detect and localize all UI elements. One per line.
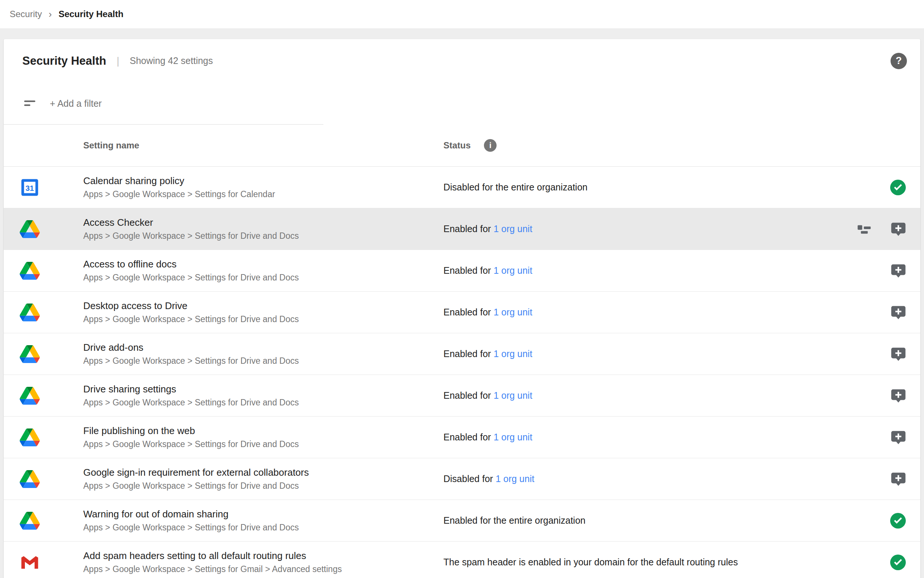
setting-status: Enabled for the entire organization — [443, 515, 889, 526]
status-text: Enabled for the entire organization — [443, 515, 586, 526]
setting-status: Disabled for1 org unit — [443, 474, 890, 484]
table-row[interactable]: Warning for out of domain sharingApps > … — [4, 500, 920, 542]
status-info-icon[interactable]: i — [484, 139, 497, 152]
settings-count: Showing 42 settings — [130, 55, 213, 66]
setting-name: Desktop access to Drive — [83, 300, 443, 312]
drive-icon — [20, 261, 40, 281]
setting-path: Apps > Google Workspace > Settings for D… — [83, 356, 443, 365]
setting-status: Enabled for1 org unit — [443, 390, 890, 401]
status-ok-icon — [889, 179, 907, 196]
row-actions — [890, 262, 907, 279]
setting-status: Enabled for1 org unit — [443, 432, 890, 443]
setting-path: Apps > Google Workspace > Settings for D… — [83, 440, 443, 449]
svg-text:31: 31 — [26, 184, 34, 192]
table-row[interactable]: Desktop access to DriveApps > Google Wor… — [4, 292, 920, 333]
setting-name: Drive add-ons — [83, 342, 443, 353]
row-actions — [890, 471, 907, 488]
table-body: 31Calendar sharing policyApps > Google W… — [4, 167, 920, 578]
flag-add-icon[interactable] — [890, 429, 907, 446]
org-unit-link[interactable]: 1 org unit — [495, 474, 534, 484]
row-actions — [856, 221, 907, 238]
help-icon[interactable]: ? — [890, 53, 907, 69]
security-health-page: { "breadcrumb": { "parent": "Security", … — [0, 0, 924, 578]
org-unit-link[interactable]: 1 org unit — [494, 349, 532, 359]
status-text: Enabled for — [443, 432, 491, 442]
setting-status: Enabled for1 org unit — [443, 307, 890, 318]
setting-name: Calendar sharing policy — [83, 175, 443, 187]
org-unit-link[interactable]: 1 org unit — [494, 224, 532, 234]
setting-status: Enabled for1 org unit — [443, 224, 856, 234]
breadcrumb: Security › Security Health — [0, 0, 924, 28]
setting-path: Apps > Google Workspace > Settings for D… — [83, 315, 443, 324]
setting-name-cell: Drive sharing settingsApps > Google Work… — [83, 384, 443, 407]
setting-name-cell: Access CheckerApps > Google Workspace > … — [83, 217, 443, 241]
status-text: Enabled for — [443, 307, 491, 317]
breadcrumb-current: Security Health — [58, 9, 123, 19]
row-actions — [889, 512, 907, 530]
flag-add-icon[interactable] — [890, 387, 907, 404]
table-row[interactable]: 31Calendar sharing policyApps > Google W… — [4, 167, 920, 208]
breadcrumb-security[interactable]: Security — [10, 9, 42, 19]
filter-bar: + Add a filter — [4, 83, 920, 124]
table-row[interactable]: Access to offline docsApps > Google Work… — [4, 250, 920, 292]
setting-icon-cell — [4, 469, 83, 489]
flag-add-icon[interactable] — [890, 221, 907, 238]
flag-add-icon[interactable] — [890, 304, 907, 321]
setting-name-cell: Desktop access to DriveApps > Google Wor… — [83, 300, 443, 324]
table-row[interactable]: Drive add-onsApps > Google Workspace > S… — [4, 333, 920, 375]
setting-icon-cell — [4, 261, 83, 281]
breadcrumb-separator-icon: › — [49, 8, 52, 20]
setting-icon-cell — [4, 427, 83, 447]
table-row[interactable]: Access CheckerApps > Google Workspace > … — [4, 208, 920, 250]
org-unit-icon — [856, 221, 872, 237]
column-setting-name: Setting name — [83, 140, 443, 151]
setting-name-cell: Warning for out of domain sharingApps > … — [83, 509, 443, 532]
org-unit-link[interactable]: 1 org unit — [494, 265, 532, 276]
row-actions — [889, 179, 907, 196]
security-health-card: Security Health | Showing 42 settings ? … — [4, 39, 920, 578]
setting-path: Apps > Google Workspace > Settings for D… — [83, 481, 443, 490]
table-row[interactable]: File publishing on the webApps > Google … — [4, 417, 920, 458]
setting-icon-cell — [4, 552, 83, 572]
org-unit-link[interactable]: 1 org unit — [494, 307, 532, 317]
flag-add-icon[interactable] — [890, 471, 907, 488]
row-actions — [890, 387, 907, 404]
setting-icon-cell — [4, 511, 83, 531]
page-title: Security Health — [22, 54, 106, 68]
setting-status: Disabled for the entire organization — [443, 182, 889, 193]
table-row[interactable]: Google sign-in requirement for external … — [4, 458, 920, 500]
flag-add-icon[interactable] — [890, 346, 907, 363]
setting-name: Access Checker — [83, 217, 443, 228]
status-text: Enabled for — [443, 349, 491, 359]
table-header: Setting name Status i — [4, 125, 920, 167]
setting-path: Apps > Google Workspace > Settings for G… — [83, 565, 443, 574]
calendar-icon: 31 — [20, 177, 40, 198]
org-unit-link[interactable]: 1 org unit — [494, 390, 532, 401]
setting-path: Apps > Google Workspace > Settings for D… — [83, 398, 443, 407]
title-divider: | — [117, 55, 119, 67]
setting-icon-cell: 31 — [4, 177, 83, 198]
setting-path: Apps > Google Workspace > Settings for D… — [83, 273, 443, 282]
drive-icon — [20, 511, 40, 531]
flag-add-icon[interactable] — [890, 262, 907, 279]
table-row[interactable]: Add spam headers setting to all default … — [4, 542, 920, 578]
status-text: Disabled for — [443, 474, 493, 484]
setting-status: The spam header is enabled in your domai… — [443, 557, 889, 568]
setting-icon-cell — [4, 219, 83, 239]
setting-name-cell: File publishing on the webApps > Google … — [83, 425, 443, 449]
drive-icon — [20, 344, 40, 364]
column-status-label: Status — [443, 140, 471, 151]
setting-status: Enabled for1 org unit — [443, 265, 890, 276]
drive-icon — [20, 386, 40, 406]
setting-name: Drive sharing settings — [83, 384, 443, 395]
setting-name-cell: Google sign-in requirement for external … — [83, 467, 443, 490]
status-ok-icon — [889, 554, 907, 571]
add-filter-button[interactable]: + Add a filter — [50, 98, 102, 109]
status-text: The spam header is enabled in your domai… — [443, 557, 738, 567]
status-text: Disabled for the entire organization — [443, 182, 587, 192]
filter-icon[interactable] — [21, 95, 38, 112]
row-actions — [890, 304, 907, 321]
table-row[interactable]: Drive sharing settingsApps > Google Work… — [4, 375, 920, 417]
drive-icon — [20, 219, 40, 239]
org-unit-link[interactable]: 1 org unit — [494, 432, 532, 442]
